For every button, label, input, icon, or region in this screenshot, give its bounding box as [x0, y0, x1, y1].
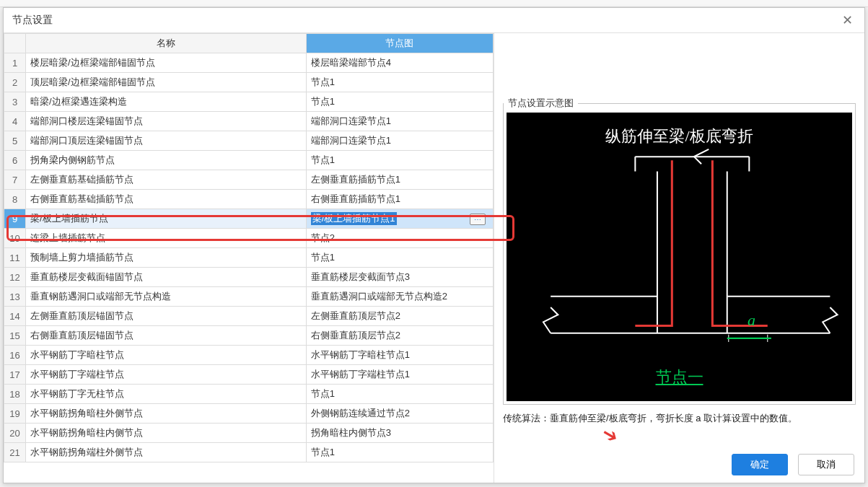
table-row[interactable]: 6拐角梁内侧钢筋节点节点1	[4, 151, 494, 170]
cell-name[interactable]: 水平钢筋丁字端柱节点	[25, 365, 306, 385]
node-settings-dialog: 节点设置 ✕ 名称 节点图 1楼层暗梁/边框梁端部锚固节点楼层暗梁端部节点42顶…	[3, 7, 865, 483]
cell-name[interactable]: 拐角梁内侧钢筋节点	[25, 151, 306, 170]
ellipsis-button[interactable]: ⋯	[470, 214, 486, 225]
table-row[interactable]: 21水平钢筋拐角端柱外侧节点节点1	[4, 443, 494, 462]
cell-name[interactable]: 水平钢筋拐角暗柱内侧节点	[25, 424, 306, 443]
node-table: 名称 节点图 1楼层暗梁/边框梁端部锚固节点楼层暗梁端部节点42顶层暗梁/边框梁…	[4, 33, 494, 462]
row-index: 14	[4, 307, 26, 326]
cell-node[interactable]: 左侧垂直筋顶层节点2	[306, 307, 493, 326]
preview-legend: 节点设置示意图	[504, 97, 578, 110]
cell-name[interactable]: 右侧垂直筋顶层锚固节点	[25, 326, 306, 346]
cell-node[interactable]: 外侧钢筋连续通过节点2	[306, 404, 493, 424]
cell-name[interactable]: 端部洞口顶层连梁锚固节点	[25, 131, 306, 151]
dialog-header: 节点设置 ✕	[4, 8, 864, 33]
cell-node[interactable]: 水平钢筋丁字端柱节点1	[306, 365, 493, 385]
cell-node[interactable]: 拐角暗柱内侧节点3	[306, 424, 493, 443]
col-node[interactable]: 节点图	[306, 34, 493, 53]
table-row[interactable]: 10连梁上墙插筋节点节点2	[4, 229, 494, 248]
table-row[interactable]: 16水平钢筋丁字暗柱节点水平钢筋丁字暗柱节点1	[4, 346, 494, 365]
row-index: 1	[4, 53, 26, 73]
node-editor[interactable]: 梁/板上墙插筋节点1⋯	[311, 212, 488, 225]
row-index: 8	[4, 190, 26, 209]
cell-node[interactable]: 节点1	[306, 73, 493, 92]
cell-name[interactable]: 端部洞口楼层连梁锚固节点	[25, 112, 306, 131]
cell-name[interactable]: 水平钢筋丁字无柱节点	[25, 385, 306, 404]
table-row[interactable]: 3暗梁/边框梁遇连梁构造节点1	[4, 92, 494, 112]
cell-node[interactable]: 左侧垂直筋插筋节点1	[306, 170, 493, 190]
row-index: 7	[4, 170, 26, 190]
table-row[interactable]: 19水平钢筋拐角暗柱外侧节点外侧钢筋连续通过节点2	[4, 404, 494, 424]
cell-name[interactable]: 顶层暗梁/边框梁端部锚固节点	[25, 73, 306, 92]
row-index: 15	[4, 326, 26, 346]
cell-name[interactable]: 暗梁/边框梁遇连梁构造	[25, 92, 306, 112]
cell-node[interactable]: 节点1	[306, 151, 493, 170]
table-row[interactable]: 15右侧垂直筋顶层锚固节点右侧垂直筋顶层节点2	[4, 326, 494, 346]
table-row[interactable]: 12垂直筋楼层变截面锚固节点垂直筋楼层变截面节点3	[4, 268, 494, 287]
annotation-arrow-icon: ➔	[598, 422, 623, 449]
table-row[interactable]: 9梁/板上墙插筋节点梁/板上墙插筋节点1⋯	[4, 209, 494, 229]
table-row[interactable]: 8右侧垂直筋基础插筋节点右侧垂直筋插筋节点1	[4, 190, 494, 209]
row-index: 17	[4, 365, 26, 385]
cell-name[interactable]: 预制墙上剪力墙插筋节点	[25, 248, 306, 268]
row-index: 6	[4, 151, 26, 170]
cell-name[interactable]: 水平钢筋拐角端柱外侧节点	[25, 443, 306, 462]
cell-node[interactable]: 楼层暗梁端部节点4	[306, 53, 493, 73]
cell-node[interactable]: 节点1	[306, 385, 493, 404]
row-index: 18	[4, 385, 26, 404]
cell-name[interactable]: 垂直钢筋遇洞口或端部无节点构造	[25, 287, 306, 307]
dimension-a-label: a	[748, 311, 755, 330]
ok-button[interactable]: 确定	[732, 454, 788, 475]
table-row[interactable]: 4端部洞口楼层连梁锚固节点端部洞口连梁节点1	[4, 112, 494, 131]
table-row[interactable]: 18水平钢筋丁字无柱节点节点1	[4, 385, 494, 404]
cell-name[interactable]: 右侧垂直筋基础插筋节点	[25, 190, 306, 209]
cell-node[interactable]: 右侧垂直筋插筋节点1	[306, 190, 493, 209]
cell-node[interactable]: 节点1	[306, 248, 493, 268]
cell-name[interactable]: 垂直筋楼层变截面锚固节点	[25, 268, 306, 287]
preview-group: 节点设置示意图 纵筋伸至梁/板底弯折	[503, 97, 856, 405]
dialog-title: 节点设置	[12, 14, 53, 27]
table-row[interactable]: 2顶层暗梁/边框梁端部锚固节点节点1	[4, 73, 494, 92]
row-index: 21	[4, 443, 26, 462]
cell-name[interactable]: 梁/板上墙插筋节点	[25, 209, 306, 229]
row-index: 19	[4, 404, 26, 424]
diagram-node-name: 节点一	[507, 367, 852, 388]
cell-node[interactable]: 节点1	[306, 443, 493, 462]
col-index	[4, 34, 26, 53]
row-index: 5	[4, 131, 26, 151]
table-header-row: 名称 节点图	[4, 34, 494, 53]
table-row[interactable]: 17水平钢筋丁字端柱节点水平钢筋丁字端柱节点1	[4, 365, 494, 385]
table-row[interactable]: 11预制墙上剪力墙插筋节点节点1	[4, 248, 494, 268]
cell-node[interactable]: 垂直筋遇洞口或端部无节点构造2	[306, 287, 493, 307]
row-index: 11	[4, 248, 26, 268]
dialog-footer: 确定 取消	[732, 454, 854, 475]
cell-name[interactable]: 左侧垂直筋基础插筋节点	[25, 170, 306, 190]
table-row[interactable]: 14左侧垂直筋顶层锚固节点左侧垂直筋顶层节点2	[4, 307, 494, 326]
table-row[interactable]: 13垂直钢筋遇洞口或端部无节点构造垂直筋遇洞口或端部无节点构造2	[4, 287, 494, 307]
cell-node[interactable]: 节点2	[306, 229, 493, 248]
diagram-svg	[507, 113, 852, 407]
cancel-button[interactable]: 取消	[798, 454, 854, 475]
table-row[interactable]: 1楼层暗梁/边框梁端部锚固节点楼层暗梁端部节点4	[4, 53, 494, 73]
node-table-container[interactable]: 名称 节点图 1楼层暗梁/边框梁端部锚固节点楼层暗梁端部节点42顶层暗梁/边框梁…	[4, 33, 494, 483]
cell-node[interactable]: 端部洞口连梁节点1	[306, 112, 493, 131]
cell-node[interactable]: 水平钢筋丁字暗柱节点1	[306, 346, 493, 365]
cell-node[interactable]: 垂直筋楼层变截面节点3	[306, 268, 493, 287]
cell-node[interactable]: 端部洞口连梁节点1	[306, 131, 493, 151]
cell-node[interactable]: 梁/板上墙插筋节点1⋯	[306, 209, 493, 229]
node-editor-value: 梁/板上墙插筋节点1	[311, 212, 397, 225]
cell-name[interactable]: 左侧垂直筋顶层锚固节点	[25, 307, 306, 326]
cell-node[interactable]: 右侧垂直筋顶层节点2	[306, 326, 493, 346]
row-index: 12	[4, 268, 26, 287]
table-row[interactable]: 7左侧垂直筋基础插筋节点左侧垂直筋插筋节点1	[4, 170, 494, 190]
row-index: 20	[4, 424, 26, 443]
cell-name[interactable]: 连梁上墙插筋节点	[25, 229, 306, 248]
cell-name[interactable]: 水平钢筋拐角暗柱外侧节点	[25, 404, 306, 424]
table-row[interactable]: 5端部洞口顶层连梁锚固节点端部洞口连梁节点1	[4, 131, 494, 151]
cell-name[interactable]: 楼层暗梁/边框梁端部锚固节点	[25, 53, 306, 73]
close-icon[interactable]: ✕	[839, 12, 856, 28]
cell-node[interactable]: 节点1	[306, 92, 493, 112]
row-index: 13	[4, 287, 26, 307]
row-index: 3	[4, 92, 26, 112]
table-row[interactable]: 20水平钢筋拐角暗柱内侧节点拐角暗柱内侧节点3	[4, 424, 494, 443]
cell-name[interactable]: 水平钢筋丁字暗柱节点	[25, 346, 306, 365]
